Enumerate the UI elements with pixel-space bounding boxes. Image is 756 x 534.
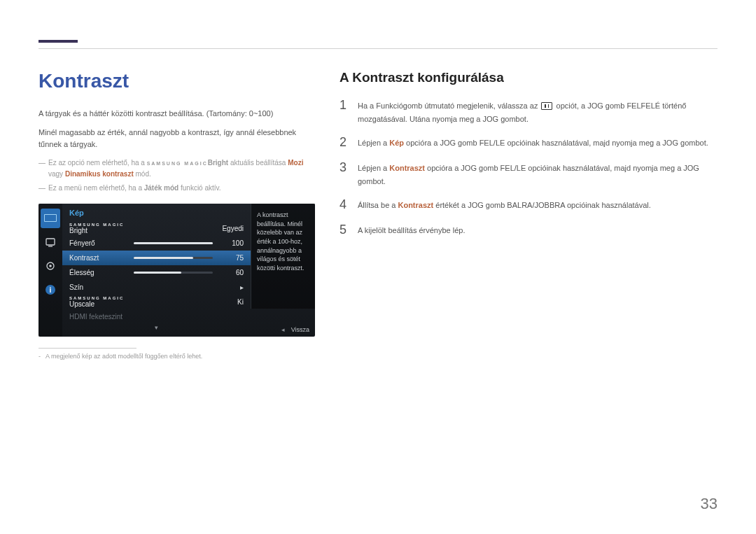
header-rule <box>38 48 718 49</box>
step-5: 5 A kijelölt beállítás érvénybe lép. <box>340 223 718 238</box>
header-accent-bar <box>38 40 78 43</box>
osd-tab-options <box>41 232 60 252</box>
osd-row-sharpness: Élesség 60 <box>62 265 251 280</box>
note-magic-bright: Ez az opció nem elérhető, ha a SAMSUNG M… <box>38 157 308 180</box>
step-1: 1 Ha a Funkciógomb útmutató megjelenik, … <box>340 98 718 125</box>
osd-footer: ◂ Vissza <box>281 326 309 333</box>
right-column: A Kontraszt konfigurálása 1 Ha a Funkció… <box>340 70 718 360</box>
svg-text:i: i <box>50 286 52 294</box>
osd-row-contrast: Kontraszt 75 <box>62 251 251 265</box>
osd-tab-picture <box>41 209 60 228</box>
steps-list: 1 Ha a Funkciógomb útmutató megjelenik, … <box>340 98 718 238</box>
step-4: 4 Állítsa be a Kontraszt értékét a JOG g… <box>340 197 718 213</box>
osd-tab-settings <box>41 256 60 276</box>
left-column: Kontraszt A tárgyak és a háttér közötti … <box>38 70 308 360</box>
info-icon: i <box>45 284 56 295</box>
intro-range: A tárgyak és a háttér közötti kontraszt … <box>38 108 308 120</box>
osd-row-color: Szín ▸ <box>62 280 251 295</box>
note-game-mode: Ez a menü nem elérhető, ha a Játék mód f… <box>38 183 308 194</box>
osd-row-upscale: SAMSUNG MAGICUpscale Ki <box>62 295 251 309</box>
arrow-left-icon: ◂ <box>281 326 285 333</box>
monitor-icon <box>44 214 57 223</box>
gear-icon <box>45 260 56 272</box>
intro-desc: Minél magasabb az érték, annál nagyobb a… <box>38 127 308 150</box>
svg-rect-2 <box>46 239 55 245</box>
svg-rect-1 <box>45 215 56 221</box>
section-heading: Kontraszt <box>38 70 308 92</box>
footnote-rule <box>38 348 136 349</box>
svg-point-5 <box>49 265 52 267</box>
model-footnote: A megjelenő kép az adott modelltől függő… <box>38 353 308 360</box>
osd-tab-info: i <box>41 280 60 300</box>
menu-icon <box>541 102 552 110</box>
step-3: 3 Lépjen a Kontraszt opcióra a JOG gomb … <box>340 160 718 188</box>
osd-screenshot: i Kép SAMSUNG MAGICBright Egyedi Fényerő <box>38 204 315 337</box>
osd-row-hdmi: HDMI feketeszint <box>62 309 251 324</box>
osd-tabs: i <box>38 204 62 337</box>
osd-row-magicbright: SAMSUNG MAGICBright Egyedi <box>62 221 251 236</box>
chevron-down-icon: ▾ <box>62 324 251 334</box>
config-heading: A Kontraszt konfigurálása <box>340 70 718 85</box>
osd-row-brightness: Fényerő 100 <box>62 236 251 251</box>
osd-info-panel: A kontraszt beállítása. Minél közelebb v… <box>251 204 315 309</box>
step-2: 2 Lépjen a Kép opcióra a JOG gomb FEL/LE… <box>340 135 718 150</box>
page-number: 33 <box>701 495 718 513</box>
display-icon <box>45 237 56 248</box>
samsung-magic-logo: SAMSUNG MAGIC <box>147 161 208 166</box>
chevron-right-icon: ▸ <box>224 283 244 291</box>
